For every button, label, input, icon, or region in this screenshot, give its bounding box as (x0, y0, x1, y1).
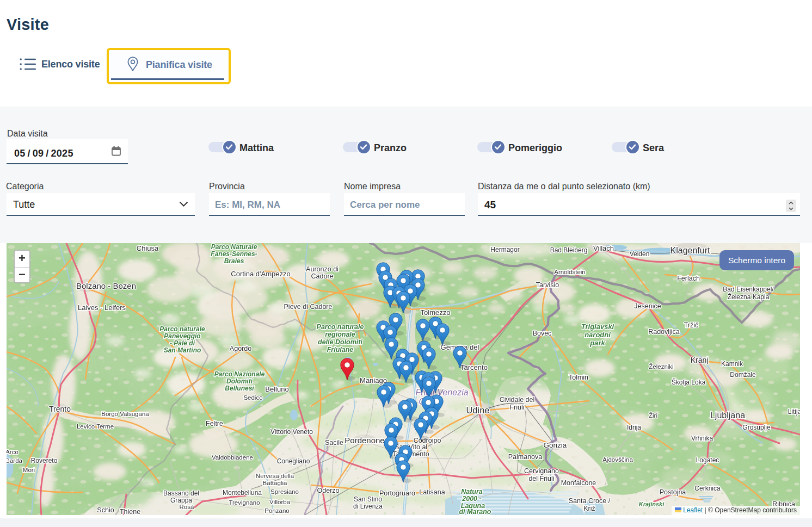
svg-text:Parco naturale: Parco naturale (159, 325, 205, 333)
svg-text:Garda: Garda (7, 457, 23, 464)
svg-text:Portogruaro: Portogruaro (379, 489, 415, 497)
svg-text:Grosuplje: Grosuplje (742, 424, 771, 431)
svg-text:Gorizia: Gorizia (544, 441, 567, 449)
svg-text:Thiene: Thiene (120, 508, 140, 515)
svg-text:2000 -: 2000 - (462, 495, 481, 503)
svg-text:Borgo Valsugana: Borgo Valsugana (101, 411, 149, 417)
svg-text:Natura: Natura (461, 488, 483, 495)
svg-text:Idrija: Idrija (627, 424, 641, 431)
svg-text:Feltre: Feltre (206, 420, 223, 427)
svg-text:Krajinski: Krajinski (639, 501, 665, 507)
svg-text:Laives - Leifers: Laives - Leifers (78, 303, 126, 312)
svg-text:Hermagor: Hermagor (490, 246, 519, 253)
svg-text:Bassano del: Bassano del (163, 489, 199, 497)
svg-text:Tarvisio: Tarvisio (536, 281, 559, 289)
svg-text:Ajdovščina: Ajdovščina (602, 456, 633, 463)
svg-text:Spresiano: Spresiano (270, 488, 299, 495)
svg-text:Klagenfurt: Klagenfurt (670, 246, 710, 255)
svg-text:Dolomiti: Dolomiti (226, 377, 253, 385)
svg-text:Kamnik: Kamnik (721, 360, 743, 368)
svg-text:regionale: regionale (325, 331, 355, 338)
svg-text:narodni: narodni (585, 331, 611, 339)
svg-text:Battaglia: Battaglia (263, 480, 287, 486)
svg-text:Tolmezzo: Tolmezzo (421, 308, 451, 317)
svg-text:Udine: Udine (466, 405, 489, 415)
svg-text:Montebelluna: Montebelluna (223, 489, 262, 497)
svg-text:San Stino: San Stino (354, 495, 382, 503)
svg-text:Agordo: Agordo (230, 345, 251, 352)
svg-text:Velden: Velden (630, 250, 650, 258)
svg-text:Tolmin: Tolmin (569, 374, 588, 381)
svg-text:Paneveggio: Paneveggio (164, 332, 200, 340)
svg-text:Bolzano - Bozen: Bolzano - Bozen (76, 281, 136, 290)
svg-text:Kranj: Kranj (691, 356, 709, 364)
svg-text:Cerknica: Cerknica (694, 485, 721, 492)
svg-text:Trento: Trento (49, 405, 71, 413)
svg-text:Schio: Schio (97, 506, 114, 514)
svg-text:Bad Bleiberg: Bad Bleiberg (550, 246, 588, 254)
svg-text:Radovljica: Radovljica (648, 328, 680, 336)
svg-text:Cervignano: Cervignano (524, 467, 559, 475)
svg-text:Sedico: Sedico (243, 394, 262, 401)
svg-text:Rosà: Rosà (180, 504, 194, 510)
svg-text:Friulane: Friulane (327, 346, 354, 354)
svg-text:Conegliano: Conegliano (277, 457, 310, 465)
svg-text:Ljubljana: Ljubljana (710, 411, 745, 420)
svg-text:Maniago: Maniago (360, 376, 387, 385)
svg-text:Mori: Mori (23, 467, 35, 473)
svg-text:Monfalcone: Monfalcone (561, 479, 596, 487)
svg-text:Chiusa: Chiusa (137, 244, 159, 252)
svg-text:Bad Eisenkappel/: Bad Eisenkappel/ (723, 286, 774, 293)
svg-text:Arnoldstein: Arnoldstein (554, 269, 586, 275)
svg-text:Logatec: Logatec (696, 456, 719, 464)
svg-text:Friuli: Friuli (509, 404, 524, 411)
svg-text:Braies: Braies (224, 257, 244, 265)
svg-text:Bovec: Bovec (533, 330, 552, 337)
svg-text:Arco: Arco (7, 449, 19, 455)
svg-text:- Pale di: - Pale di (170, 339, 195, 347)
svg-text:Valdobbiadene: Valdobbiadene (212, 454, 253, 461)
svg-text:Latisana: Latisana (419, 488, 445, 496)
svg-text:Sacile: Sacile (325, 439, 343, 447)
svg-text:Nervesa della: Nervesa della (256, 473, 294, 479)
svg-text:Postojna: Postojna (660, 488, 686, 496)
svg-text:Parco naturale: Parco naturale (317, 323, 364, 331)
svg-text:Cortina d'Ampezzo: Cortina d'Ampezzo (231, 270, 290, 278)
svg-text:Villach: Villach (593, 244, 614, 252)
svg-text:Križ: Križ (583, 505, 595, 512)
svg-text:Triglavski: Triglavski (581, 323, 614, 331)
svg-text:Levico Terme: Levico Terme (77, 423, 114, 430)
svg-text:delle Dolomiti: delle Dolomiti (318, 338, 362, 346)
svg-text:San Martino: San Martino (164, 346, 201, 354)
svg-text:Cadore: Cadore (311, 272, 334, 280)
svg-text:Trevignano: Trevignano (229, 499, 260, 506)
svg-text:Litija: Litija (788, 408, 800, 416)
svg-text:Škofja Loka: Škofja Loka (672, 378, 706, 386)
svg-text:Pieve di Cadore: Pieve di Cadore (284, 303, 333, 311)
svg-text:park: park (589, 339, 605, 347)
svg-text:Tržič: Tržič (684, 321, 699, 329)
svg-text:Palmanova: Palmanova (508, 453, 543, 461)
svg-text:di Livenza: di Livenza (353, 503, 383, 510)
svg-text:Villorba: Villorba (269, 499, 291, 505)
svg-text:del Friuli: del Friuli (528, 475, 554, 482)
svg-text:Vittorio Veneto: Vittorio Veneto (270, 428, 313, 436)
svg-text:Santa Croce /: Santa Croce / (569, 497, 611, 505)
svg-text:Vrhnika: Vrhnika (691, 435, 713, 442)
svg-text:Grappa: Grappa (170, 497, 192, 504)
svg-text:Belluno: Belluno (265, 385, 288, 393)
svg-text:Parco Nazionale: Parco Nazionale (214, 370, 265, 378)
svg-text:Rovereto: Rovereto (31, 457, 58, 464)
svg-text:Žiri: Žiri (649, 412, 657, 419)
svg-text:Bellunesi: Bellunesi (225, 385, 254, 392)
svg-text:Cividale del: Cividale del (500, 396, 535, 404)
svg-text:Pordenone: Pordenone (345, 436, 384, 445)
svg-text:di Marano: di Marano (459, 508, 491, 515)
svg-text:Ponzano: Ponzano (264, 507, 289, 514)
svg-text:Fanes-Sennes-: Fanes-Sennes- (211, 250, 257, 258)
svg-text:Železniki: Železniki (649, 363, 673, 370)
svg-text:Oderzo: Oderzo (317, 487, 340, 494)
svg-text:Jesenice: Jesenice (634, 302, 661, 310)
svg-text:Parco Naturale: Parco Naturale (211, 243, 257, 251)
svg-text:Domžale: Domžale (730, 371, 756, 379)
